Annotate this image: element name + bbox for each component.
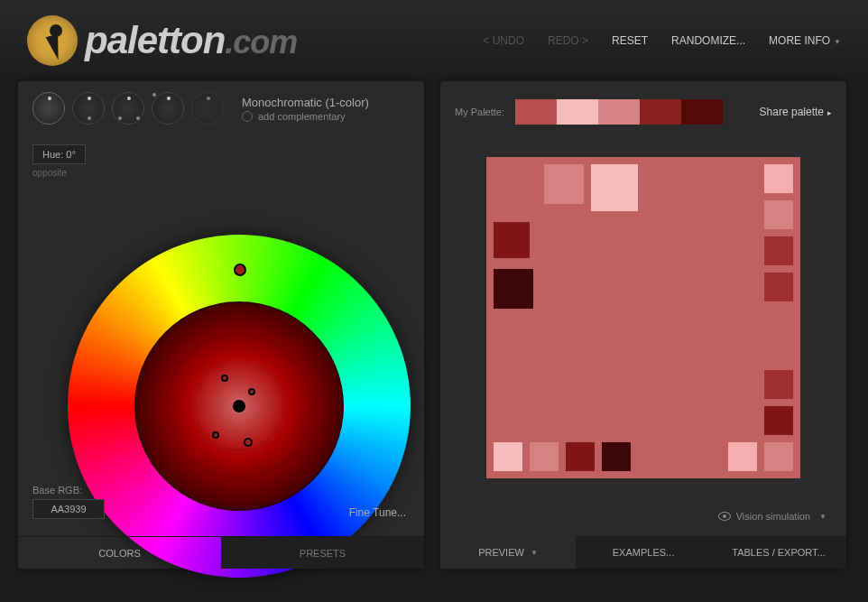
color-wheel[interactable] (68, 235, 411, 578)
hue-display[interactable]: Hue: 0° (32, 144, 86, 164)
chevron-down-icon: ▼ (819, 513, 826, 521)
randomize-button[interactable]: RANDOMIZE... (671, 34, 745, 47)
logo[interactable]: paletton.com (27, 15, 297, 66)
logo-text: paletton.com (85, 19, 297, 62)
radio-icon (242, 111, 253, 122)
reset-button[interactable]: RESET (612, 34, 648, 47)
arrow-right-icon: ▸ (827, 108, 832, 117)
share-palette-button[interactable]: Share palette▸ (760, 106, 832, 118)
tab-colors[interactable]: COLORS (18, 537, 221, 569)
scheme-mono-icon[interactable] (32, 92, 65, 125)
preview-panel: My Palette: Share palette▸ (440, 81, 846, 569)
add-complementary-toggle[interactable]: add complementary (242, 111, 369, 122)
palette-preview[interactable] (486, 157, 800, 478)
shade-handle[interactable] (244, 438, 253, 447)
hue-handle[interactable] (234, 264, 246, 276)
fine-tune-button[interactable]: Fine Tune... (349, 506, 406, 519)
scheme-triad-icon[interactable] (112, 92, 144, 125)
eye-icon (718, 512, 731, 521)
tab-preview[interactable]: PREVIEW ▼ (440, 536, 576, 569)
scheme-adjacent-icon[interactable] (72, 92, 105, 125)
top-menu: < UNDO REDO > RESET RANDOMIZE... MORE IN… (483, 34, 841, 47)
scheme-tetrad-icon[interactable] (152, 92, 184, 125)
chevron-down-icon: ▼ (834, 38, 841, 46)
undo-button[interactable]: < UNDO (483, 34, 524, 47)
base-rgb-label: Base RGB: (32, 485, 105, 495)
redo-button[interactable]: REDO > (548, 34, 588, 47)
tab-presets[interactable]: PRESETS (221, 537, 424, 569)
tab-examples[interactable]: EXAMPLES... (576, 536, 711, 569)
chevron-down-icon: ▼ (531, 549, 538, 557)
vision-simulation-dropdown[interactable]: Vision simulation ▼ (718, 511, 826, 522)
my-palette-label: My Palette: (455, 107, 504, 117)
opposite-link[interactable]: opposite (32, 168, 410, 178)
tab-tables-export[interactable]: TABLES / EXPORT... (711, 536, 846, 569)
mini-palette[interactable] (515, 99, 723, 125)
scheme-title: Monochromatic (1-color) (242, 96, 369, 109)
shade-handle[interactable] (248, 388, 255, 395)
color-panel: Monochromatic (1-color) add complementar… (18, 81, 424, 569)
scheme-freestyle-icon[interactable] (191, 92, 224, 125)
center-handle[interactable] (233, 400, 245, 412)
shade-handle[interactable] (212, 431, 219, 439)
logo-icon (27, 15, 78, 66)
base-rgb-input[interactable] (32, 499, 105, 519)
shade-handle[interactable] (221, 375, 228, 382)
more-info-dropdown[interactable]: MORE INFO▼ (769, 34, 841, 47)
